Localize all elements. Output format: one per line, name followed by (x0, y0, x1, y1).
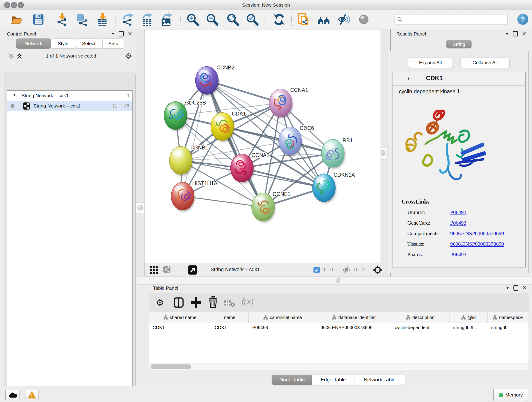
hidden-elements-eye-icon[interactable] (342, 266, 351, 274)
tab-select[interactable]: Select (75, 38, 102, 49)
tab-edge-table[interactable]: Edge Table (312, 375, 355, 385)
show-columns-icon[interactable] (174, 297, 184, 308)
warning-status-button[interactable] (25, 390, 38, 400)
import-network-icon[interactable] (56, 13, 68, 26)
network-view-canvas[interactable]: CCNB2CCNA1CDC25BCDK1CDC6RB1CCNB1CCNA2CDK… (144, 30, 381, 263)
network-overview-icon[interactable] (317, 13, 330, 26)
search-text-field[interactable] (405, 15, 507, 24)
table-cell[interactable]: 9606.ENSP00000378699 (317, 323, 391, 332)
panel-float-icon[interactable] (119, 31, 124, 36)
expand-all-button[interactable]: Expand All (408, 57, 453, 68)
crosslink-link[interactable]: P06493 (450, 252, 466, 258)
table-horizontal-scrollbar[interactable] (149, 364, 529, 370)
network-row-selected[interactable]: String Network – cdk1 11 48 (7, 101, 133, 111)
grid-view-icon[interactable] (150, 266, 158, 274)
export-image-icon[interactable] (160, 13, 172, 26)
tab-node-table[interactable]: Node Table (272, 375, 312, 385)
crosslink-link[interactable]: 9606.ENSP00000378699 (450, 230, 504, 236)
delete-column-trash-icon[interactable] (208, 296, 218, 308)
horizontal-splitter-handle[interactable] (336, 278, 341, 283)
export-network-icon[interactable] (121, 13, 134, 26)
panel-menu-icon[interactable]: ▼ (111, 32, 115, 36)
gene-header[interactable]: ▼ CDK1 (393, 72, 525, 85)
zoom-in-icon[interactable] (186, 13, 199, 26)
tab-network-table[interactable]: Network Table (354, 375, 405, 385)
column-header-description[interactable]: description (391, 312, 450, 323)
network-graph[interactable]: CCNB2CCNA1CDC25BCDK1CDC6RB1CCNB1CCNA2CDK… (145, 30, 380, 263)
left-splitter-handle[interactable] (136, 202, 144, 213)
panel-close-icon[interactable]: ✕ (128, 32, 132, 36)
table-row[interactable]: CDK1CDK1P064939606.ENSP00000378699cyclin… (149, 323, 529, 332)
panel-float-icon[interactable] (513, 31, 518, 36)
tab-sets[interactable]: Sets (102, 38, 124, 49)
collapse-all-chevron-icon[interactable] (8, 53, 15, 60)
tab-network[interactable]: Network (16, 38, 51, 49)
network-node-HIST1H1A[interactable] (171, 182, 195, 211)
table-cell[interactable]: P06493 (249, 323, 317, 332)
birds-eye-view-icon[interactable] (373, 265, 382, 275)
column-header-namespace[interactable]: namespace (488, 312, 528, 323)
open-in-window-icon[interactable] (188, 265, 197, 274)
network-node-CCNA2[interactable] (230, 154, 254, 183)
refresh-icon[interactable] (273, 13, 285, 26)
network-node-CDKN1A[interactable] (312, 174, 336, 203)
table-cell[interactable]: stringdb:9... (450, 323, 488, 332)
toolbar-search-input[interactable] (394, 14, 508, 25)
column-header-database-identifier[interactable]: database identifier (317, 312, 391, 323)
export-table-icon[interactable] (141, 13, 153, 26)
table-cell[interactable]: cyclin-dependent ... (391, 323, 450, 332)
expand-all-chevron-icon[interactable] (16, 53, 23, 60)
network-node-CCNB2[interactable] (196, 66, 219, 96)
panel-float-icon[interactable] (513, 285, 518, 291)
crosslink-link[interactable]: 9606.ENSP00000378699 (450, 241, 504, 247)
network-node-CCNA1[interactable] (269, 89, 293, 118)
network-node-CDC6[interactable] (279, 127, 302, 156)
zoom-selected-icon[interactable] (246, 13, 259, 26)
zoom-fit-icon[interactable] (227, 13, 239, 26)
collection-expander-icon[interactable]: ▼ (13, 93, 16, 97)
network-edge[interactable] (183, 80, 207, 196)
selected-nodes-checkbox-icon[interactable] (313, 267, 320, 274)
left-splitter[interactable] (136, 29, 144, 276)
scrollbar-thumb[interactable] (151, 364, 191, 369)
network-edge[interactable] (222, 127, 333, 153)
cloud-status-button[interactable] (5, 390, 19, 400)
show-panel-eye-icon[interactable] (358, 13, 370, 26)
memory-button[interactable]: Memory (493, 389, 528, 401)
import-table-icon[interactable] (96, 13, 109, 26)
table-settings-gear-icon[interactable]: ⚙ (156, 297, 164, 308)
hide-panel-eye-icon[interactable] (337, 13, 350, 26)
network-node-RB1[interactable] (322, 139, 345, 169)
open-session-icon[interactable] (11, 13, 23, 26)
network-collection-row[interactable]: ▼ String Network – cdk1 1 (7, 91, 133, 101)
network-node-CCNE1[interactable] (252, 193, 275, 222)
save-session-icon[interactable] (32, 13, 44, 26)
crosslink-link[interactable]: P06493 (450, 220, 466, 226)
node-table[interactable]: shared namenamecanonical namedatabase id… (149, 312, 529, 370)
network-edge[interactable] (207, 80, 263, 207)
panel-close-icon[interactable]: ✕ (522, 286, 527, 290)
tab-style[interactable]: Style (51, 38, 75, 49)
column-header--id[interactable]: @id (450, 312, 488, 323)
zoom-out-icon[interactable] (206, 13, 218, 26)
panel-menu-icon[interactable]: ▼ (506, 286, 509, 290)
network-options-gear-icon[interactable]: ⚙ (125, 51, 132, 61)
clone-network-icon[interactable] (298, 13, 310, 26)
column-header-canonical-name[interactable]: canonical name (249, 312, 317, 323)
help-button[interactable]: ? (517, 14, 528, 25)
table-cell[interactable]: CDK1 (211, 323, 249, 332)
add-column-icon[interactable] (191, 297, 201, 308)
gene-expander-icon[interactable]: ▼ (407, 77, 410, 81)
collapse-all-button[interactable]: Collapse All (461, 57, 510, 68)
results-tab-string[interactable]: String (446, 40, 472, 48)
panel-menu-icon[interactable]: ▼ (505, 32, 509, 36)
crosslink-link[interactable]: P06493 (450, 210, 466, 216)
table-cell[interactable]: stringdb (488, 323, 528, 332)
network-node-CDK1[interactable] (211, 113, 234, 142)
import-database-icon[interactable] (76, 13, 88, 26)
function-builder-icon[interactable]: f(x) (241, 296, 254, 306)
network-node-CCNB1[interactable] (169, 147, 193, 176)
string-view-icon[interactable] (163, 266, 171, 273)
delete-table-icon[interactable] (224, 299, 235, 307)
panel-close-icon[interactable]: ✕ (522, 32, 526, 36)
